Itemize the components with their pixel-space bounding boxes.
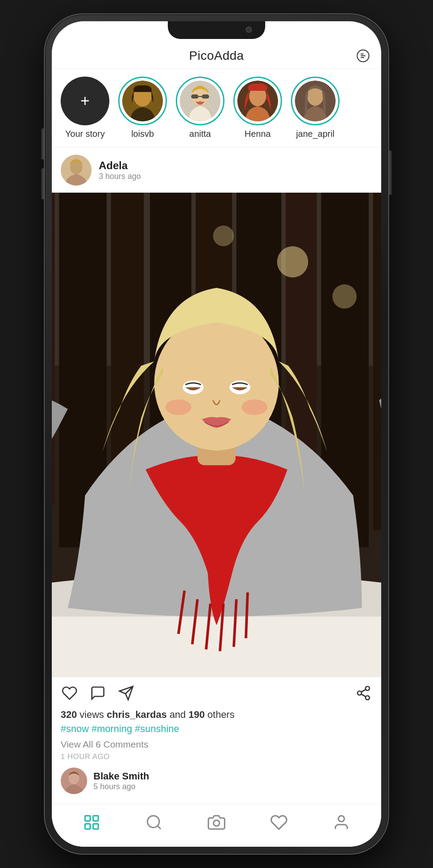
phone-notch	[168, 21, 265, 39]
svg-line-42	[246, 593, 247, 639]
post-author-avatar[interactable]	[61, 155, 92, 186]
share-button[interactable]	[355, 684, 372, 702]
phone-wrapper: PicoAdda +	[0, 0, 433, 868]
jane-april-label: jane_april	[296, 129, 335, 139]
comment-button[interactable]	[89, 684, 107, 702]
henna-label: Henna	[245, 129, 271, 139]
post-time: 3 hours ago	[99, 172, 141, 181]
screen-content: PicoAdda +	[52, 21, 381, 847]
liked-and: and	[170, 709, 189, 720]
liked-by: chris_kardas	[107, 709, 167, 720]
volume-down-button	[41, 168, 44, 199]
story-item-jane-april[interactable]: jane_april	[291, 77, 340, 139]
svg-point-55	[366, 696, 370, 700]
jane-april-avatar	[294, 79, 337, 123]
message-icon[interactable]	[356, 48, 371, 63]
view-comments[interactable]: View All 6 Comments	[61, 739, 372, 750]
svg-point-67	[338, 816, 344, 822]
commenter-info: Blake Smith 5 hours ago	[93, 771, 149, 791]
story-item-loisvb[interactable]: loisvb	[118, 77, 167, 139]
commenter-time: 5 hours ago	[93, 782, 149, 791]
post-author-info: Adela 3 hours ago	[99, 159, 141, 181]
svg-point-44	[154, 315, 278, 450]
svg-point-64	[147, 816, 159, 828]
commenter-name: Blake Smith	[93, 771, 149, 782]
svg-point-53	[366, 686, 370, 690]
liked-others-label: others	[208, 709, 235, 720]
comment-preview: Blake Smith 5 hours ago	[61, 767, 372, 798]
svg-point-48	[242, 399, 268, 415]
stories-section: + Your story	[52, 69, 381, 147]
bottom-nav	[52, 804, 381, 847]
svg-rect-5	[191, 94, 199, 98]
post-meta: 320 views chris_kardas and 190 others #s…	[52, 709, 381, 804]
post-author-name: Adela	[99, 159, 141, 172]
views-label: views	[80, 709, 104, 720]
svg-rect-63	[93, 824, 99, 829]
svg-rect-28	[373, 193, 381, 530]
views-likes: 320 views chris_kardas and 190 others	[61, 709, 372, 721]
app-title-text: PicoAdda	[189, 49, 244, 62]
send-button[interactable]	[117, 684, 135, 702]
phone-frame: PicoAdda +	[44, 13, 389, 855]
your-story-label: Your story	[65, 129, 104, 139]
loisvb-label: loisvb	[131, 129, 154, 139]
views-count: 320	[61, 709, 77, 720]
nav-profile[interactable]	[328, 811, 355, 833]
svg-point-66	[213, 820, 219, 826]
svg-point-47	[166, 399, 192, 415]
svg-rect-36	[52, 616, 381, 677]
svg-point-32	[277, 246, 308, 277]
henna-ring[interactable]	[233, 77, 282, 125]
anitta-avatar	[178, 79, 222, 123]
story-item-henna[interactable]: Henna	[233, 77, 282, 139]
power-button	[389, 151, 392, 195]
nav-heart[interactable]	[266, 811, 292, 833]
like-button[interactable]	[61, 684, 78, 702]
loisvb-ring[interactable]	[118, 77, 167, 125]
post-time-ago: 1 hour ago	[61, 752, 372, 761]
hashtags: #snow #morning #sunshine	[61, 723, 372, 735]
loisvb-avatar	[121, 79, 164, 123]
post-header: Adela 3 hours ago	[52, 147, 381, 193]
svg-point-54	[358, 691, 362, 695]
jane-april-ring[interactable]	[291, 77, 340, 125]
liked-others: 190	[189, 709, 205, 720]
svg-point-8	[197, 101, 203, 105]
svg-rect-20	[52, 193, 55, 504]
anitta-label: anitta	[189, 129, 211, 139]
svg-line-65	[158, 826, 161, 829]
app-title: PicoAdda	[189, 49, 244, 63]
front-camera	[246, 27, 252, 33]
app-header: PicoAdda	[52, 43, 381, 69]
svg-line-56	[361, 694, 366, 697]
anitta-ring[interactable]	[176, 77, 224, 125]
svg-line-57	[361, 690, 366, 692]
svg-rect-61	[93, 816, 99, 821]
post-image	[52, 193, 381, 677]
nav-camera[interactable]	[203, 811, 230, 833]
nav-home[interactable]	[78, 811, 105, 833]
svg-point-33	[213, 225, 234, 246]
phone-screen: PicoAdda +	[52, 21, 381, 847]
nav-search[interactable]	[141, 811, 167, 833]
add-plus-icon: +	[80, 93, 89, 109]
svg-rect-6	[202, 94, 209, 98]
svg-rect-62	[85, 824, 90, 829]
commenter-avatar[interactable]	[61, 767, 87, 794]
henna-avatar	[236, 79, 279, 123]
svg-point-34	[332, 284, 357, 309]
story-item-your-story[interactable]: + Your story	[61, 77, 109, 139]
post-actions	[52, 677, 381, 709]
your-story-avatar[interactable]: +	[61, 77, 109, 125]
volume-up-button	[41, 128, 44, 159]
story-item-anitta[interactable]: anitta	[176, 77, 224, 139]
action-icons-left	[61, 684, 135, 702]
svg-rect-60	[85, 816, 90, 821]
